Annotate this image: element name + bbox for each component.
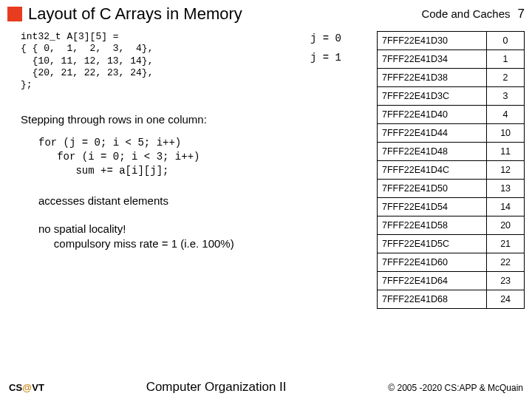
table-row: 7FFF22E41D5414 <box>378 198 525 216</box>
memory-table: 7FFF22E41D3007FFF22E41D3417FFF22E41D3827… <box>377 31 525 309</box>
value-cell: 13 <box>487 180 525 198</box>
table-row: 7FFF22E41D6824 <box>378 290 525 309</box>
section-label: Code and Caches <box>421 7 510 20</box>
array-declaration-code: int32_t A[3][5] = { { 0, 1, 2, 3, 4}, {1… <box>21 31 310 91</box>
address-cell: 7FFF22E41D30 <box>378 32 487 50</box>
value-cell: 22 <box>487 253 525 272</box>
value-cell: 11 <box>487 143 525 161</box>
address-cell: 7FFF22E41D64 <box>378 272 487 290</box>
table-row: 7FFF22E41D5013 <box>378 180 525 198</box>
table-row: 7FFF22E41D404 <box>378 106 525 124</box>
locality-note: no spatial locality! compulsory miss rat… <box>38 222 310 252</box>
address-cell: 7FFF22E41D44 <box>378 124 487 143</box>
j-equals-1: j = 1 <box>310 52 377 64</box>
page-number: 7 <box>518 7 525 21</box>
address-cell: 7FFF22E41D34 <box>378 50 487 69</box>
footer-cs: CS <box>9 382 22 393</box>
footer-left: CS@VT <box>9 382 44 393</box>
address-cell: 7FFF22E41D50 <box>378 180 487 198</box>
address-cell: 7FFF22E41D4C <box>378 161 487 180</box>
value-cell: 21 <box>487 235 525 253</box>
value-cell: 0 <box>487 32 525 50</box>
address-cell: 7FFF22E41D40 <box>378 106 487 124</box>
address-cell: 7FFF22E41D3C <box>378 87 487 106</box>
address-cell: 7FFF22E41D58 <box>378 216 487 235</box>
value-cell: 20 <box>487 216 525 235</box>
footer-at: @ <box>22 382 32 393</box>
loop-code: for (j = 0; i < 5; i++) for (i = 0; i < … <box>38 136 310 178</box>
value-cell: 23 <box>487 272 525 290</box>
access-note: accesses distant elements <box>38 194 310 207</box>
page-title: Layout of C Arrays in Memory <box>28 4 421 24</box>
value-cell: 2 <box>487 69 525 87</box>
table-row: 7FFF22E41D6022 <box>378 253 525 272</box>
address-cell: 7FFF22E41D68 <box>378 290 487 309</box>
table-row: 7FFF22E41D5820 <box>378 216 525 235</box>
value-cell: 3 <box>487 87 525 106</box>
stepping-text: Stepping through rows in one column: <box>21 113 310 126</box>
address-cell: 7FFF22E41D5C <box>378 235 487 253</box>
address-cell: 7FFF22E41D38 <box>378 69 487 87</box>
table-row: 7FFF22E41D382 <box>378 69 525 87</box>
locality-line1: no spatial locality! <box>38 222 126 235</box>
footer-right: © 2005 -2020 CS:APP & McQuain <box>388 383 523 393</box>
table-row: 7FFF22E41D4C12 <box>378 161 525 180</box>
accent-square <box>7 7 22 21</box>
table-row: 7FFF22E41D341 <box>378 50 525 69</box>
table-row: 7FFF22E41D5C21 <box>378 235 525 253</box>
value-cell: 12 <box>487 161 525 180</box>
footer-vt: VT <box>32 382 44 393</box>
table-row: 7FFF22E41D6423 <box>378 272 525 290</box>
value-cell: 10 <box>487 124 525 143</box>
value-cell: 4 <box>487 106 525 124</box>
address-cell: 7FFF22E41D48 <box>378 143 487 161</box>
table-row: 7FFF22E41D3C3 <box>378 87 525 106</box>
footer-center: Computer Organization II <box>146 380 287 395</box>
locality-line2: compulsory miss rate = 1 (i.e. 100%) <box>54 237 234 250</box>
table-row: 7FFF22E41D300 <box>378 32 525 50</box>
value-cell: 14 <box>487 198 525 216</box>
j-equals-0: j = 0 <box>310 33 377 44</box>
table-row: 7FFF22E41D4410 <box>378 124 525 143</box>
value-cell: 24 <box>487 290 525 309</box>
table-row: 7FFF22E41D4811 <box>378 143 525 161</box>
value-cell: 1 <box>487 50 525 69</box>
address-cell: 7FFF22E41D54 <box>378 198 487 216</box>
address-cell: 7FFF22E41D60 <box>378 253 487 272</box>
